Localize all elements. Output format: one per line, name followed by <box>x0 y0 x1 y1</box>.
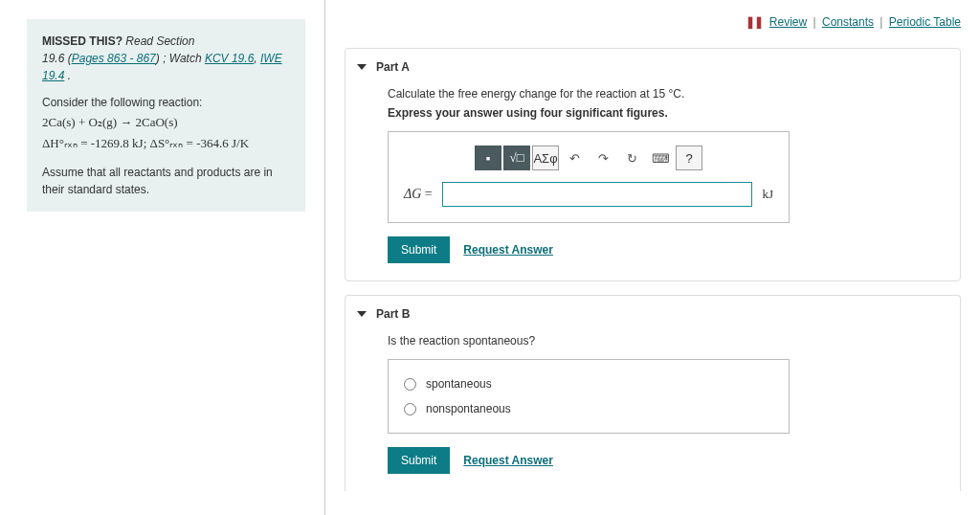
constants-link[interactable]: Constants <box>822 15 874 29</box>
answer-input[interactable] <box>442 182 753 207</box>
undo-icon[interactable]: ↶ <box>561 146 588 170</box>
dg-label: ΔG = <box>404 187 433 202</box>
part-b-header[interactable]: Part B <box>345 296 960 330</box>
submit-button-a[interactable]: Submit <box>388 236 450 263</box>
answer-box-a: ▪ √□ ΑΣφ ↶ ↷ ↻ ⌨ ? ΔG = kJ <box>388 131 790 223</box>
section-num: 19.6 <box>42 52 64 65</box>
reset-icon[interactable]: ↻ <box>618 146 645 170</box>
thermo-values: ΔH°ᵣₓₙ = -1269.8 kJ; ΔS°ᵣₓₙ = -364.6 J/K <box>42 134 290 153</box>
top-links: ❚❚ Review | Constants | Periodic Table <box>345 15 961 29</box>
redo-icon[interactable]: ↷ <box>590 146 616 170</box>
read-section: Read Section <box>125 34 194 48</box>
part-b-prompt: Is the reaction spontaneous? <box>388 334 960 347</box>
sqrt-icon[interactable]: √□ <box>503 146 530 170</box>
option-spontaneous[interactable]: spontaneous <box>404 371 773 396</box>
periodic-link[interactable]: Periodic Table <box>889 15 961 29</box>
consider-text: Consider the following reaction: <box>42 94 290 111</box>
caret-down-icon <box>357 64 367 70</box>
pages-link[interactable]: Pages 863 - 867 <box>72 52 156 65</box>
submit-button-b[interactable]: Submit <box>388 447 450 474</box>
part-a-prompt: Calculate the free energy change for the… <box>388 87 960 101</box>
greek-button[interactable]: ΑΣφ <box>532 146 559 170</box>
keyboard-icon[interactable]: ⌨ <box>647 146 674 170</box>
hint-box: MISSED THIS? Read Section 19.6 (Pages 86… <box>27 19 305 212</box>
part-a-header[interactable]: Part A <box>345 49 960 83</box>
option-nonspontaneous[interactable]: nonspontaneous <box>404 396 773 421</box>
unit-label: kJ <box>762 187 773 202</box>
part-b: Part B Is the reaction spontaneous? spon… <box>345 295 961 491</box>
part-b-title: Part B <box>376 307 410 321</box>
review-icon: ❚❚ <box>746 15 763 29</box>
template-icon[interactable]: ▪ <box>475 146 501 170</box>
part-a-title: Part A <box>376 60 410 74</box>
radio-spontaneous[interactable] <box>404 378 416 391</box>
radio-box: spontaneous nonspontaneous <box>388 359 790 434</box>
radio-nonspontaneous[interactable] <box>404 403 416 415</box>
request-answer-b[interactable]: Request Answer <box>463 454 553 467</box>
watch-label: ; Watch <box>163 52 201 65</box>
left-panel: MISSED THIS? Read Section 19.6 (Pages 86… <box>0 0 325 515</box>
review-link[interactable]: Review <box>769 15 807 29</box>
assume-text: Assume that all reactants and products a… <box>42 164 290 198</box>
toolbar: ▪ √□ ΑΣφ ↶ ↷ ↻ ⌨ ? <box>404 146 773 170</box>
help-icon[interactable]: ? <box>676 146 702 170</box>
missed-label: MISSED THIS? <box>42 34 122 48</box>
request-answer-a[interactable]: Request Answer <box>463 243 553 257</box>
caret-down-icon <box>357 311 367 317</box>
kcv-link[interactable]: KCV 19.6 <box>205 52 254 65</box>
reaction-eq: 2Ca(s) + O₂(g) → 2CaO(s) <box>42 113 290 132</box>
part-a-express: Express your answer using four significa… <box>388 106 960 120</box>
right-panel: ❚❚ Review | Constants | Periodic Table P… <box>325 0 980 515</box>
part-a: Part A Calculate the free energy change … <box>345 48 961 281</box>
